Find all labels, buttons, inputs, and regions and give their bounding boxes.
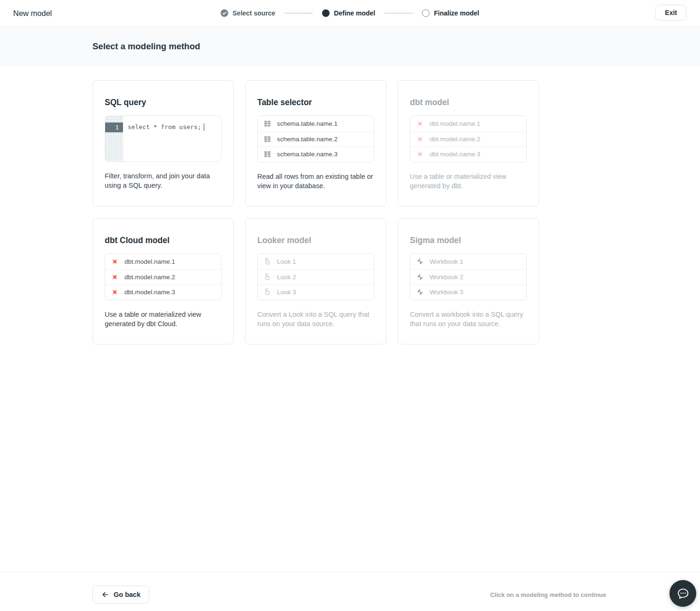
step-label: Define model	[334, 9, 375, 17]
table-icon	[264, 136, 271, 143]
step-select-source[interactable]: Select source	[221, 9, 275, 17]
editor-gutter: 1	[105, 116, 123, 161]
arrow-left-icon	[101, 591, 109, 598]
list-item: dbt.model.name.1	[105, 254, 221, 269]
list-item: schema.table.name.3	[258, 146, 374, 162]
list-item-label: dbt.model.name.2	[124, 274, 175, 281]
card-title: Table selector	[257, 98, 374, 107]
card-dbt-cloud-model[interactable]: dbt Cloud modeldbt.model.name.1dbt.model…	[92, 218, 234, 344]
list-item: dbt.model.name.3	[410, 146, 526, 162]
list-item: dbt.model.name.2	[410, 131, 526, 147]
new-model-wizard: New model Select sourceDefine modelFinal…	[0, 0, 700, 611]
list-item-label: schema.table.name.2	[277, 136, 338, 143]
card-table-selector[interactable]: Table selectorschema.table.name.1schema.…	[245, 80, 386, 206]
list-item-label: dbt.model.name.3	[430, 151, 480, 158]
card-dbt-model: dbt modeldbt.model.name.1dbt.model.name.…	[398, 80, 539, 206]
list-item-label: Workbook 2	[430, 274, 463, 281]
text-cursor	[204, 123, 205, 131]
top-bar: New model Select sourceDefine modelFinal…	[0, 0, 700, 27]
card-description: Use a table or materialized view generat…	[410, 172, 527, 191]
chat-widget-button[interactable]	[669, 580, 696, 607]
exit-button[interactable]: Exit	[655, 5, 686, 21]
card-title: Sigma model	[410, 236, 527, 245]
list-item-label: schema.table.name.1	[277, 120, 338, 127]
dbt-icon	[416, 151, 423, 158]
list-item-label: Look 3	[277, 289, 296, 296]
list-item: dbt.model.name.1	[410, 116, 526, 131]
card-sql-query[interactable]: SQL query1select * from users;Filter, tr…	[92, 80, 234, 206]
list-item-label: dbt.model.name.1	[430, 120, 480, 127]
dbt-icon	[416, 136, 423, 143]
sigma-icon	[416, 258, 423, 265]
list-item: Look 1	[258, 254, 374, 269]
card-description: Convert a Look into a SQL query that run…	[257, 310, 374, 328]
list-item: Workbook 2	[410, 269, 526, 285]
card-title: Looker model	[257, 236, 374, 245]
card-description: Read all rows from an existing table or …	[257, 172, 374, 191]
sigma-icon	[416, 289, 423, 296]
sql-editor-preview: 1select * from users;	[105, 115, 222, 162]
upcoming-step-dot-icon	[422, 9, 430, 17]
looker-icon	[264, 258, 271, 265]
current-step-dot-icon	[322, 9, 330, 17]
code-text: select * from users;	[123, 116, 204, 161]
dbt-icon	[111, 289, 118, 296]
table-icon	[264, 151, 271, 158]
check-circle-icon	[221, 9, 228, 17]
footer-hint: Click on a modeling method to continue	[490, 591, 606, 598]
list-item-label: dbt.model.name.1	[124, 258, 175, 265]
main-content: SQL query1select * from users;Filter, tr…	[0, 66, 700, 572]
stepper: Select sourceDefine modelFinalize model	[221, 9, 479, 17]
go-back-label: Go back	[114, 591, 140, 598]
subheader: Select a modeling method	[0, 27, 700, 66]
line-number: 1	[105, 122, 123, 132]
card-description: Use a table or materialized view generat…	[105, 310, 222, 328]
go-back-button[interactable]: Go back	[92, 586, 149, 603]
card-title: dbt model	[410, 98, 527, 107]
step-define-model[interactable]: Define model	[322, 9, 375, 17]
list-item: dbt.model.name.2	[105, 269, 221, 285]
list-item: Look 2	[258, 269, 374, 285]
card-looker-model: Looker modelLook 1Look 2Look 3Convert a …	[245, 218, 386, 344]
section-title: Select a modeling method	[92, 41, 200, 52]
list-item-label: Workbook 3	[430, 289, 463, 296]
looker-icon	[264, 274, 271, 281]
modeling-method-grid: SQL query1select * from users;Filter, tr…	[0, 66, 700, 344]
step-connector	[385, 13, 413, 14]
card-sigma-model: Sigma modelWorkbook 1Workbook 2Workbook …	[398, 218, 539, 344]
list-item-label: Look 2	[277, 274, 296, 281]
preview-list: dbt.model.name.1dbt.model.name.2dbt.mode…	[410, 115, 527, 162]
list-item-label: dbt.model.name.3	[124, 289, 175, 296]
looker-icon	[264, 289, 271, 296]
table-icon	[264, 120, 271, 127]
sigma-icon	[416, 274, 423, 281]
list-item-label: Look 1	[277, 258, 296, 265]
chat-bubble-icon	[675, 586, 691, 602]
list-item: Workbook 3	[410, 284, 526, 300]
card-title: dbt Cloud model	[105, 236, 222, 245]
preview-list: Workbook 1Workbook 2Workbook 3	[410, 253, 527, 300]
list-item: Look 3	[258, 284, 374, 300]
page-title: New model	[13, 9, 52, 18]
preview-list: Look 1Look 2Look 3	[257, 253, 374, 300]
list-item: Workbook 1	[410, 254, 526, 269]
step-label: Finalize model	[434, 9, 479, 17]
list-item-label: schema.table.name.3	[277, 151, 338, 158]
card-description: Convert a workbook into a SQL query that…	[410, 310, 527, 328]
step-finalize-model[interactable]: Finalize model	[422, 9, 479, 17]
preview-list: dbt.model.name.1dbt.model.name.2dbt.mode…	[105, 253, 222, 300]
footer-bar: Go back Click on a modeling method to co…	[0, 572, 700, 611]
dbt-icon	[111, 258, 118, 265]
step-connector	[285, 13, 313, 14]
list-item: dbt.model.name.3	[105, 284, 221, 300]
card-title: SQL query	[105, 98, 222, 107]
list-item: schema.table.name.2	[258, 131, 374, 147]
preview-list: schema.table.name.1schema.table.name.2sc…	[257, 115, 374, 162]
list-item-label: dbt.model.name.2	[430, 136, 480, 143]
dbt-icon	[416, 120, 423, 127]
dbt-icon	[111, 274, 118, 281]
list-item-label: Workbook 1	[430, 258, 463, 265]
list-item: schema.table.name.1	[258, 116, 374, 131]
card-description: Filter, transform, and join your data us…	[105, 171, 222, 190]
step-label: Select source	[232, 9, 275, 17]
